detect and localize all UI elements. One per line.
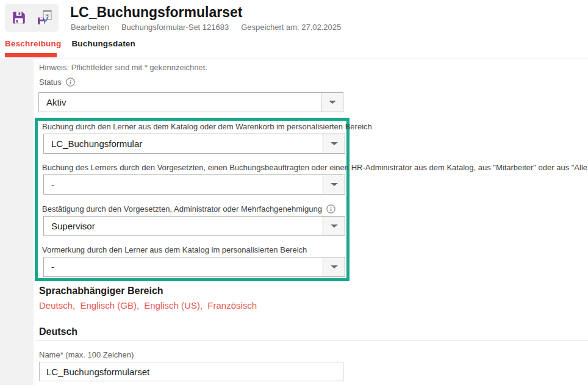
learner-booking-label: Buchung durch den Lerner aus dem Katalog… [42, 123, 346, 131]
tab-beschreibung[interactable]: Beschreibung [5, 39, 61, 48]
language-section-heading: Sprachabhängiger Bereich [39, 286, 163, 296]
prebooking-select[interactable]: - [43, 257, 345, 277]
required-fields-hint: Hinweis: Pflichtfelder sind mit * gekenn… [39, 63, 207, 72]
prebooking-value: - [44, 257, 323, 276]
confirmation-select[interactable]: Supervisor [43, 216, 345, 236]
status-label-row: Status [39, 77, 75, 87]
header-meta: Bearbeiten Buchungsformular-Set 121683 G… [71, 23, 341, 32]
supervisor-booking-label: Buchung des Lerners durch den Vorgesetzt… [42, 163, 346, 172]
prebooking-label: Vormerkung durch den Lerner aus dem Kata… [42, 246, 346, 254]
meta-saved-date: Gespeichert am: 27.02.2025 [241, 23, 341, 32]
page-title: LC_Buchungsformularset [70, 4, 242, 21]
language-link-franzoesisch[interactable]: Französisch [207, 300, 257, 311]
confirmation-value: Supervisor [44, 217, 323, 235]
section-divider [35, 340, 588, 340]
status-select[interactable]: Aktiv [38, 92, 343, 112]
supervisor-booking-value: - [44, 175, 323, 194]
tabbar-divider [0, 59, 588, 59]
status-label: Status [39, 77, 62, 87]
meta-mode: Bearbeiten [71, 23, 109, 32]
select-button [323, 257, 345, 276]
learner-booking-value: LC_Buchungsformular [44, 134, 323, 153]
caret-down-icon [331, 225, 338, 228]
separator: , [200, 300, 203, 311]
confirmation-label-row: Bestätigung durch den Vorgesetzten, Admi… [42, 204, 346, 214]
tab-bar: Beschreibung Buchungsdaten [5, 39, 135, 48]
active-tab-indicator [5, 53, 57, 57]
select-button [323, 175, 345, 194]
floppy-disk-icon [11, 10, 27, 26]
supervisor-booking-select[interactable]: - [43, 174, 345, 195]
left-gutter [0, 59, 34, 385]
save-and-close-icon[interactable] [35, 9, 54, 27]
caret-down-icon [331, 142, 338, 145]
name-input[interactable] [39, 362, 343, 381]
language-link-englisch-gb[interactable]: Englisch (GB) [80, 300, 137, 311]
meta-entity-id: Buchungsformular-Set 121683 [121, 23, 229, 32]
learner-booking-select[interactable]: LC_Buchungsformular [43, 134, 345, 154]
separator: , [73, 300, 75, 311]
save-icon[interactable] [10, 9, 28, 27]
status-select-button [321, 93, 343, 112]
language-links: Deutsch, Englisch (GB), Englisch (US), F… [39, 300, 257, 311]
info-icon[interactable] [326, 204, 335, 214]
toolbar [5, 4, 59, 32]
language-link-deutsch[interactable]: Deutsch [39, 300, 73, 311]
caret-down-icon [331, 183, 338, 186]
confirmation-label: Bestätigung durch den Vorgesetzten, Admi… [42, 205, 322, 214]
tab-buchungsdaten[interactable]: Buchungsdaten [71, 39, 135, 48]
floppy-document-arrow-icon [35, 9, 54, 26]
separator: , [137, 300, 139, 311]
caret-down-icon [331, 265, 338, 268]
caret-down-icon [329, 101, 336, 104]
booking-formset-edit-page: LC_Buchungsformularset Bearbeiten Buchun… [0, 0, 588, 388]
status-select-value: Aktiv [39, 93, 321, 112]
info-icon[interactable] [66, 77, 75, 87]
select-button [323, 134, 345, 153]
name-field-label: Name* (max. 100 Zeichen) [39, 350, 134, 359]
language-link-englisch-us[interactable]: Englisch (US) [144, 300, 200, 311]
select-button [323, 217, 345, 235]
german-section-heading: Deutsch [39, 326, 77, 337]
booking-options-highlight-box: Buchung durch den Lerner aus dem Katalog… [35, 118, 350, 281]
